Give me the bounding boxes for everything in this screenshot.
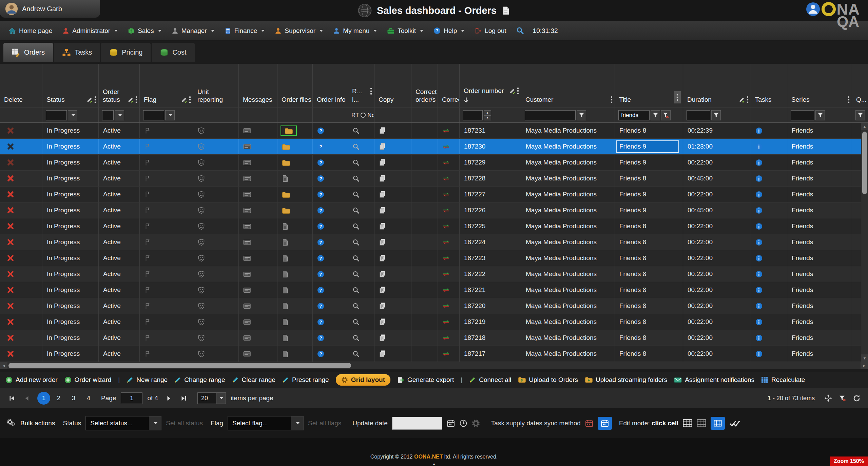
items-per-page-select[interactable]: 20 <box>197 392 226 404</box>
cell-r[interactable] <box>348 346 374 362</box>
cell-flag[interactable] <box>140 155 193 170</box>
cell-series[interactable]: Friends <box>787 330 852 346</box>
cell-messages[interactable] <box>239 202 277 218</box>
cell-unit[interactable] <box>193 250 239 266</box>
cell-status[interactable]: In Progress <box>42 155 99 170</box>
messages-icon[interactable] <box>243 208 251 213</box>
task-info-icon[interactable] <box>755 350 763 357</box>
order-files-file-icon[interactable] <box>282 334 288 342</box>
order-info-icon[interactable]: ? <box>317 318 324 326</box>
task-info-icon[interactable] <box>755 287 763 294</box>
cell-messages[interactable] <box>239 218 277 234</box>
magnifier-icon[interactable] <box>352 303 360 310</box>
cell-flag[interactable] <box>140 250 193 266</box>
first-page-button[interactable] <box>6 392 18 404</box>
change-range-button[interactable]: Change range <box>174 376 225 384</box>
filter-funnel-icon[interactable] <box>651 110 660 120</box>
cell-number[interactable]: 187222 <box>460 266 521 282</box>
cell-customer[interactable]: Maya Media Productions <box>521 155 615 170</box>
cell-title[interactable]: Friends 8 <box>615 234 683 250</box>
caret-down-icon[interactable] <box>165 110 175 120</box>
cell-correct[interactable] <box>438 218 460 234</box>
table-row[interactable]: In ProgressActive?187229Maya Media Produ… <box>0 155 868 171</box>
cell-r[interactable] <box>348 202 374 218</box>
cell-flag[interactable] <box>140 330 193 346</box>
cell-customer[interactable]: Maya Media Productions <box>521 123 615 138</box>
copy-icon[interactable] <box>379 254 386 262</box>
order-info-icon[interactable]: ? <box>317 143 324 150</box>
new-range-button[interactable]: New range <box>127 376 168 384</box>
order-files-file-icon[interactable] <box>282 271 288 278</box>
copy-icon[interactable] <box>379 302 386 310</box>
order-files-folder-icon[interactable] <box>282 159 290 166</box>
cell-customer[interactable]: Maya Media Productions <box>521 346 615 362</box>
task-info-icon[interactable] <box>755 191 763 198</box>
sort-descending-icon[interactable] <box>464 97 469 103</box>
upload-to-orders-button[interactable]: Upload to Orders <box>518 376 578 384</box>
cell-info[interactable]: ? <box>313 123 348 138</box>
cell-r[interactable] <box>348 171 374 186</box>
unit-reporting-icon[interactable] <box>198 334 205 342</box>
cell-series[interactable]: Friends <box>787 234 852 250</box>
magnifier-icon[interactable] <box>352 175 360 182</box>
delete-icon[interactable] <box>7 350 14 357</box>
copy-icon[interactable] <box>379 318 386 326</box>
cell-info[interactable]: ? <box>313 202 348 218</box>
cell-title[interactable]: Friends 8 <box>615 266 683 282</box>
cell-unit[interactable] <box>193 330 239 346</box>
order-files-file-icon[interactable] <box>282 318 288 326</box>
cell-title[interactable]: Friends 8 <box>615 123 683 138</box>
task-info-icon[interactable] <box>755 271 763 278</box>
user-chip[interactable]: Andrew Garb <box>0 0 100 18</box>
cell-customer[interactable]: Maya Media Productions <box>521 298 615 314</box>
unit-reporting-icon[interactable] <box>198 223 205 230</box>
cell-files[interactable] <box>277 250 313 266</box>
cell-messages[interactable] <box>239 155 277 170</box>
copy-icon[interactable] <box>379 286 386 294</box>
delete-icon[interactable] <box>7 143 14 150</box>
cell-delete[interactable] <box>0 171 42 186</box>
order-files-file-icon[interactable] <box>282 350 288 357</box>
unit-reporting-icon[interactable] <box>198 175 205 182</box>
cell-delete[interactable] <box>0 266 42 282</box>
next-page-button[interactable] <box>163 392 174 404</box>
cell-customer[interactable]: Maya Media Productions <box>521 250 615 266</box>
cell-delete[interactable] <box>0 202 42 218</box>
cell-messages[interactable] <box>239 330 277 346</box>
flag-filter-select[interactable] <box>143 110 164 120</box>
column-menu-icon[interactable] <box>611 96 613 103</box>
cell-number[interactable]: 187228 <box>460 171 521 186</box>
cell-files[interactable] <box>277 314 313 330</box>
order-files-folder-icon[interactable] <box>285 128 293 134</box>
cell-status[interactable]: In Progress <box>42 330 99 346</box>
cell-r[interactable] <box>348 139 374 154</box>
cell-r[interactable] <box>348 155 374 170</box>
cell-flag[interactable] <box>140 123 193 138</box>
cell-status[interactable]: In Progress <box>42 234 99 250</box>
cell-copy[interactable] <box>374 123 411 138</box>
cell-title[interactable]: Friends 9 <box>615 187 683 202</box>
cell-correct[interactable] <box>438 187 460 202</box>
cell-status[interactable]: In Progress <box>42 298 99 314</box>
cell-duration[interactable]: 01:23:00 <box>683 139 751 154</box>
cell-info[interactable]: ? <box>313 171 348 186</box>
order-files-file-icon[interactable] <box>282 287 288 294</box>
cell-series[interactable]: Friends <box>787 171 852 186</box>
unit-reporting-icon[interactable] <box>198 191 205 198</box>
clear-filters-icon[interactable] <box>839 395 846 402</box>
flag-icon[interactable] <box>144 271 151 277</box>
horizontal-scroll-thumb[interactable] <box>8 363 351 368</box>
menu-home-page[interactable]: Home page <box>3 21 57 40</box>
table-row[interactable]: In ProgressActive?187231Maya Media Produ… <box>0 123 868 139</box>
cell-status[interactable]: In Progress <box>42 250 99 266</box>
cell-duration[interactable]: 00:22:00 <box>683 330 751 346</box>
cell-info[interactable]: ? <box>313 155 348 170</box>
cell-tasks[interactable] <box>751 250 787 266</box>
unit-reporting-icon[interactable] <box>198 287 205 294</box>
cell-files[interactable] <box>277 298 313 314</box>
copy-icon[interactable] <box>379 238 386 246</box>
cell-tasks[interactable] <box>751 346 787 362</box>
order-files-file-icon[interactable] <box>282 175 288 182</box>
order-files-file-icon[interactable] <box>282 255 288 262</box>
filter-funnel-icon[interactable] <box>855 110 865 120</box>
